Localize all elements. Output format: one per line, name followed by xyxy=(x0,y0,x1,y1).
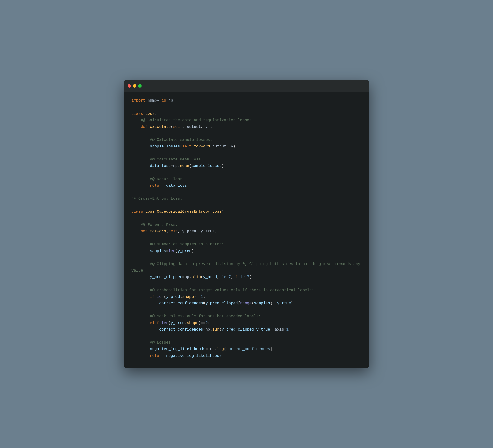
code-editor[interactable]: import numpy as np class Loss: #@ Calcul… xyxy=(124,92,369,368)
line-comment-calc: #@ Calculates the data and regularizatio… xyxy=(131,117,362,124)
line-samples: samples=len(y_pred) xyxy=(131,248,362,255)
editor-window: import numpy as np class Loss: #@ Calcul… xyxy=(124,80,369,368)
maximize-button[interactable] xyxy=(138,84,142,87)
line-comment-sample: #@ Calculate sample losses: xyxy=(131,137,362,143)
line-return: return data_loss xyxy=(131,183,362,189)
line-comment-clip2: value xyxy=(131,268,362,274)
line-import: import numpy as np xyxy=(131,98,362,104)
line-elif: elif len(y_true.shape)==2: xyxy=(131,320,362,327)
line-correct-hot: correct_confidences=np.sum(y_pred_clippe… xyxy=(131,327,362,333)
line-if: if len(y_pred.shape)==1: xyxy=(131,294,362,300)
line-comment-ce: #@ Cross-Entropy Loss: xyxy=(131,196,362,202)
line-comment-fwd: #@ Forward Pass: xyxy=(131,222,362,228)
line-comment-clip: #@ Clipping data to prevent division by … xyxy=(131,261,362,268)
line-return-neg: return negative_log_likelihoods xyxy=(131,353,362,359)
close-button[interactable] xyxy=(128,84,131,87)
line-correct-cat: correct_confidences=y_pred_clipped[range… xyxy=(131,300,362,307)
line-def-forward: def forward(self, y_pred, y_true): xyxy=(131,228,362,235)
line-comment-return: #@ Return loss xyxy=(131,176,362,183)
line-comment-samples: #@ Number of samples in a batch: xyxy=(131,241,362,248)
line-class-ce: class Loss_CategoricalCrossEntropy(Loss)… xyxy=(131,208,362,215)
line-def-calculate: def calculate(self, output, y): xyxy=(131,124,362,130)
line-clip: y_pred_clipped=np.clip(y_pred, 1e-7, 1-1… xyxy=(131,274,362,281)
line-comment-losses: #@ Losses: xyxy=(131,339,362,346)
line-class-loss: class Loss: xyxy=(131,111,362,117)
line-comment-mean: #@ Calculate mean loss xyxy=(131,156,362,163)
line-sample-losses: sample_losses=self.forward(output, y) xyxy=(131,143,362,150)
line-comment-mask: #@ Mask values- only for one hot encoded… xyxy=(131,313,362,320)
titlebar xyxy=(124,80,369,92)
line-comment-prob: #@ Probabilities for target values only … xyxy=(131,287,362,294)
minimize-button[interactable] xyxy=(133,84,136,87)
line-neg-log: negative_log_likelihoods=-np.log(correct… xyxy=(131,346,362,352)
line-data-loss: data_loss=np.mean(sample_losses) xyxy=(131,163,362,169)
